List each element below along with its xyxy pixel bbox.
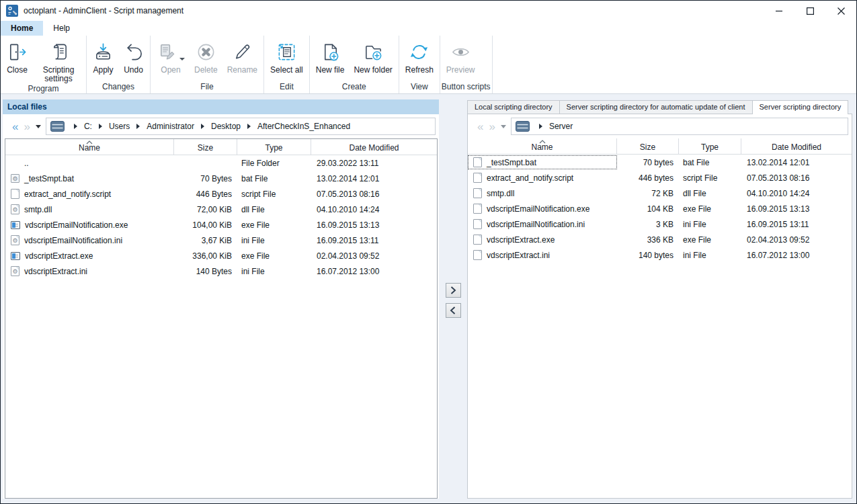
breadcrumb-item[interactable]: AfterCheckInS_Enhanced: [257, 122, 350, 131]
maximize-button[interactable]: [794, 1, 825, 21]
file-row[interactable]: vdscriptEmailNotification.exe104,00 KiBe…: [5, 217, 437, 233]
history-dropdown-icon[interactable]: [501, 125, 506, 128]
delete-button[interactable]: Delete: [190, 37, 222, 81]
button-label: Undo: [124, 65, 143, 75]
back-icon[interactable]: «: [9, 121, 21, 132]
file-size: 140 bytes: [617, 251, 679, 260]
tab-server-scripting-directory[interactable]: Server scripting directory: [753, 100, 849, 114]
document-file-icon: [473, 188, 482, 198]
close-button[interactable]: Close: [2, 37, 32, 83]
application-file-icon: [11, 221, 20, 229]
new-file-button[interactable]: New file: [311, 37, 350, 81]
breadcrumb-item[interactable]: Users: [109, 122, 130, 131]
file-row[interactable]: vdscriptEmailNotification.ini3 KBini Fil…: [468, 216, 852, 232]
file-row[interactable]: smtp.dll72 KBdll File04.10.2010 14:24: [468, 185, 852, 201]
file-row[interactable]: extract_and_notify.script446 bytesscript…: [468, 170, 852, 185]
file-row[interactable]: vdscriptExtract.ini140 Bytesini File16.0…: [5, 263, 437, 279]
ribbon: Close Scripting settings Program: [1, 36, 856, 94]
close-window-button[interactable]: [825, 1, 856, 21]
ribbon-group-label: Edit: [266, 81, 308, 93]
column-header-name[interactable]: Name: [5, 139, 174, 155]
window-title: octoplant - AdminClient - Script managem…: [24, 6, 183, 15]
file-row[interactable]: extract_and_notify.script446 Bytesscript…: [5, 186, 437, 202]
forward-icon[interactable]: »: [486, 121, 497, 132]
file-row[interactable]: vdscriptExtract.ini140 bytesini File16.0…: [468, 247, 852, 263]
delete-circle-icon: [196, 42, 216, 62]
column-header-name[interactable]: Name: [468, 138, 617, 154]
preview-button[interactable]: Preview: [442, 37, 480, 81]
breadcrumb-separator-icon: [201, 124, 204, 129]
tab-home[interactable]: Home: [1, 21, 43, 36]
minimize-icon: [776, 7, 783, 15]
file-size: 140 Bytes: [174, 267, 237, 276]
local-path-box[interactable]: C:UsersAdministratorDesktopAfterCheckInS…: [46, 118, 436, 135]
breadcrumb-item[interactable]: C:: [84, 122, 92, 131]
file-row[interactable]: smtp.dll72,00 KiBdll File04.10.2010 14:2…: [5, 202, 437, 217]
tab-server-scripting-directory-auto-update[interactable]: Server scripting directory for automatic…: [560, 100, 753, 114]
file-type: bat File: [679, 158, 741, 167]
open-button[interactable]: Open: [152, 37, 190, 81]
file-date: 16.09.2015 13:11: [741, 220, 852, 229]
column-header-size[interactable]: Size: [174, 139, 237, 155]
forward-icon[interactable]: »: [21, 121, 32, 132]
preview-eye-icon: [450, 42, 471, 62]
select-all-button[interactable]: Select all: [266, 37, 308, 81]
file-row[interactable]: _testSmpt.bat70 Bytesbat File13.02.2014 …: [5, 171, 437, 186]
refresh-button[interactable]: Refresh: [401, 37, 438, 81]
file-type: File Folder: [237, 159, 311, 168]
breadcrumb-item[interactable]: Desktop: [211, 122, 241, 131]
file-size: 72 KB: [617, 189, 679, 198]
file-name: _testSmpt.bat: [487, 158, 536, 167]
file-row[interactable]: _testSmpt.bat70 bytesbat File13.02.2014 …: [468, 155, 852, 170]
ribbon-group-edit: Select all Edit: [264, 36, 310, 93]
copy-to-local-button[interactable]: [446, 303, 461, 318]
server-path-box[interactable]: Server: [511, 118, 848, 135]
file-row[interactable]: ..File Folder29.03.2022 13:11: [5, 155, 437, 171]
gear-document-file-icon: [11, 266, 19, 276]
column-header-date[interactable]: Date Modified: [311, 139, 437, 155]
column-header-type[interactable]: Type: [679, 138, 741, 154]
drive-list-icon[interactable]: [50, 121, 65, 132]
history-dropdown-icon[interactable]: [36, 125, 41, 128]
ribbon-group-file: Open Delete Rename File: [151, 36, 264, 93]
button-label: Rename: [227, 65, 257, 75]
new-folder-button[interactable]: New folder: [349, 37, 397, 81]
breadcrumb-separator-icon: [247, 124, 251, 129]
file-name: ..: [24, 159, 29, 168]
file-type: exe File: [679, 204, 741, 214]
ribbon-group-label: File: [152, 81, 262, 93]
file-row[interactable]: vdscriptExtract.exe336 KBexe File02.04.2…: [468, 232, 852, 247]
scripting-settings-button[interactable]: Scripting settings: [32, 37, 85, 83]
copy-to-server-button[interactable]: [446, 283, 461, 298]
document-file-icon: [473, 235, 482, 245]
file-date: 04.10.2010 14:24: [311, 205, 437, 214]
file-row[interactable]: vdscriptExtract.exe336,00 KiBexe File02.…: [5, 248, 437, 263]
file-row[interactable]: vdscriptEmailNotification.exe104 KBexe F…: [468, 201, 852, 216]
file-type: exe File: [237, 220, 311, 230]
refresh-icon: [409, 42, 430, 62]
file-type: exe File: [237, 251, 311, 261]
open-dropdown-icon[interactable]: [179, 58, 185, 60]
rename-button[interactable]: Rename: [222, 37, 262, 81]
breadcrumb-item[interactable]: Administrator: [147, 122, 194, 131]
breadcrumb-item[interactable]: Server: [549, 122, 573, 131]
file-name: vdscriptEmailNotification.exe: [25, 220, 128, 230]
breadcrumb-separator-icon: [74, 124, 77, 129]
file-row[interactable]: vdscriptEmailNotification.ini3,67 KiBini…: [5, 233, 437, 248]
column-header-date[interactable]: Date Modified: [741, 138, 852, 154]
tab-local-scripting-directory[interactable]: Local scripting directory: [467, 100, 560, 114]
undo-button[interactable]: Undo: [118, 37, 149, 81]
local-table-header: Name Size Type Date Modified: [5, 139, 437, 155]
column-header-type[interactable]: Type: [237, 139, 311, 155]
button-label: Open: [161, 65, 180, 75]
drive-list-icon[interactable]: [516, 121, 530, 132]
minimize-button[interactable]: [764, 1, 794, 21]
column-header-size[interactable]: Size: [617, 138, 679, 154]
apply-button[interactable]: Apply: [88, 37, 118, 81]
file-date: 07.05.2013 08:16: [741, 173, 852, 183]
transfer-gutter: [439, 99, 467, 499]
file-type: exe File: [679, 235, 741, 245]
tab-help[interactable]: Help: [43, 21, 80, 36]
document-file-icon: [473, 250, 482, 260]
back-icon[interactable]: «: [475, 121, 486, 132]
